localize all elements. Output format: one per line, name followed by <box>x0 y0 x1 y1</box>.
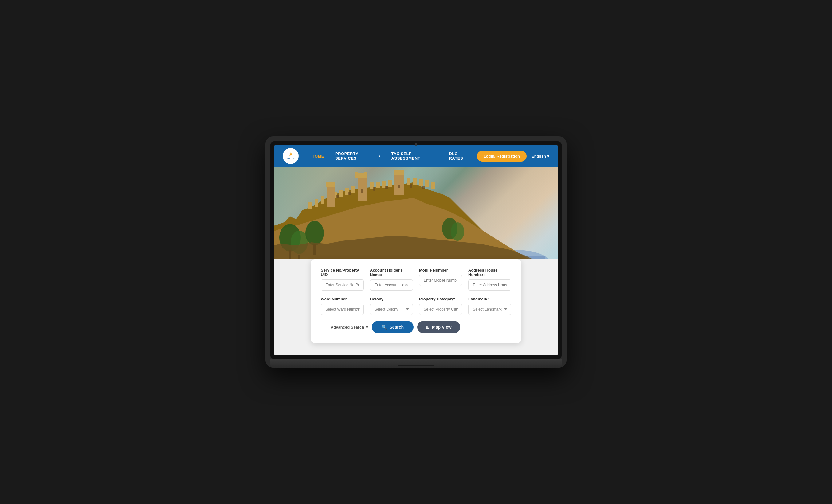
landmark-label: Landmark: <box>468 297 511 301</box>
account-holder-field: Account Holder's Name: <box>370 268 413 291</box>
address-house-field: Address House Number: <box>468 268 511 291</box>
svg-rect-41 <box>422 186 424 189</box>
mobile-number-label: Mobile Number <box>419 268 462 272</box>
navbar: ☀ MCJS HOME PROPERTY SERVICES ▾ TAX SELF… <box>274 145 558 167</box>
svg-rect-29 <box>364 172 367 178</box>
ward-number-label: Ward Number <box>321 297 364 301</box>
svg-rect-6 <box>315 199 318 207</box>
landmark-select[interactable]: Select Landmark <box>468 304 511 315</box>
landmark-field: Landmark: Select Landmark <box>468 297 511 315</box>
nav-links: HOME PROPERTY SERVICES ▾ TAX SELF ASSESS… <box>306 145 477 167</box>
nav-right: Login/ Registration English ▾ <box>477 151 549 162</box>
property-category-label: Property Category: <box>419 297 462 301</box>
ward-number-field: Ward Number Select Ward Number <box>321 297 364 315</box>
nav-tax-self-assessment[interactable]: TAX SELF ASSESSMENT <box>386 145 444 167</box>
svg-rect-25 <box>431 182 435 189</box>
svg-rect-12 <box>352 186 355 193</box>
account-holder-input[interactable] <box>370 280 413 291</box>
nav-property-services[interactable]: PROPERTY SERVICES ▾ <box>330 145 386 167</box>
search-button[interactable]: 🔍 Search <box>372 321 414 333</box>
language-dropdown-arrow: ▾ <box>547 154 549 158</box>
property-services-arrow: ▾ <box>379 155 380 158</box>
svg-rect-32 <box>327 186 335 207</box>
advanced-search-button[interactable]: Advanced Search ▾ <box>331 325 368 329</box>
svg-rect-36 <box>361 189 363 193</box>
svg-rect-21 <box>407 178 411 185</box>
svg-rect-5 <box>309 203 312 209</box>
service-no-input[interactable] <box>321 280 364 291</box>
svg-rect-23 <box>419 179 423 186</box>
address-house-input[interactable] <box>468 280 511 291</box>
svg-rect-26 <box>358 176 367 201</box>
laptop-hinge <box>397 365 435 366</box>
laptop-screen: ☀ MCJS HOME PROPERTY SERVICES ▾ TAX SELF… <box>274 145 558 355</box>
colony-select[interactable]: Select Colony <box>370 304 413 315</box>
svg-rect-28 <box>355 172 358 178</box>
svg-point-46 <box>305 221 324 245</box>
service-no-field: Service No/Property UID <box>321 268 364 291</box>
svg-rect-24 <box>425 180 429 187</box>
logo-circle: ☀ MCJS <box>283 148 298 164</box>
nav-home[interactable]: HOME <box>306 145 330 167</box>
nav-dlc-rates[interactable]: DLC RATES <box>443 145 476 167</box>
search-icon: 🔍 <box>382 325 387 329</box>
search-panel: Service No/Property UID Account Holder's… <box>311 259 521 343</box>
language-selector[interactable]: English ▾ <box>531 154 549 158</box>
search-row-2: Ward Number Select Ward Number Colony Se… <box>321 297 511 315</box>
mobile-number-input[interactable] <box>419 275 462 286</box>
logo-area: ☀ MCJS <box>283 148 298 164</box>
address-house-label: Address House Number: <box>468 268 511 277</box>
property-category-select[interactable]: Select Property Category: <box>419 304 462 315</box>
screen-bezel: ☀ MCJS HOME PROPERTY SERVICES ▾ TAX SELF… <box>270 141 562 359</box>
svg-rect-33 <box>326 182 335 187</box>
svg-rect-22 <box>413 178 417 185</box>
map-view-icon: ⊞ <box>426 325 430 329</box>
svg-rect-40 <box>410 184 412 188</box>
svg-rect-39 <box>397 185 400 188</box>
svg-point-49 <box>451 222 464 241</box>
service-no-label: Service No/Property UID <box>321 268 364 277</box>
svg-rect-38 <box>385 186 388 189</box>
map-view-button[interactable]: ⊞ Map View <box>417 321 460 333</box>
svg-rect-37 <box>373 187 375 191</box>
advanced-search-arrow: ▾ <box>366 325 368 329</box>
camera-notch <box>415 143 417 145</box>
svg-rect-10 <box>339 190 343 196</box>
login-registration-button[interactable]: Login/ Registration <box>477 151 527 162</box>
svg-rect-35 <box>348 192 351 195</box>
property-category-field: Property Category: Select Property Categ… <box>419 297 462 315</box>
account-holder-label: Account Holder's Name: <box>370 268 413 277</box>
colony-label: Colony <box>370 297 413 301</box>
svg-rect-7 <box>321 196 324 204</box>
search-row-1: Service No/Property UID Account Holder's… <box>321 268 511 291</box>
colony-field: Colony Select Colony <box>370 297 413 315</box>
svg-rect-34 <box>336 195 339 198</box>
laptop-base <box>270 359 562 368</box>
svg-rect-16 <box>376 182 380 188</box>
laptop-frame: ☀ MCJS HOME PROPERTY SERVICES ▾ TAX SELF… <box>265 136 567 368</box>
svg-rect-30 <box>394 173 404 195</box>
svg-rect-31 <box>394 170 404 175</box>
search-actions: Advanced Search ▾ 🔍 Search ⊞ Map View <box>321 321 511 333</box>
svg-rect-18 <box>388 180 392 187</box>
ward-number-select[interactable]: Select Ward Number <box>321 304 364 315</box>
mobile-number-field: Mobile Number <box>419 268 462 291</box>
logo-sun: ☀ MCJS <box>287 152 294 160</box>
